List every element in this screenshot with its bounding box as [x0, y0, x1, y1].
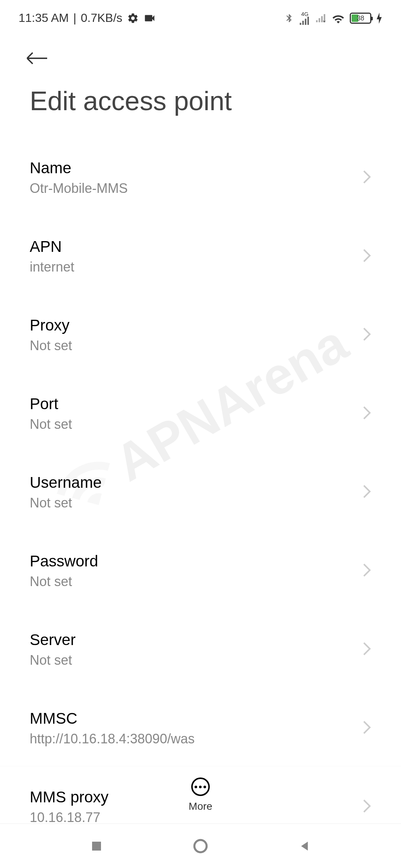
svg-rect-0	[300, 23, 301, 25]
setting-label: MMS proxy	[30, 788, 362, 806]
chevron-right-icon	[362, 641, 371, 658]
setting-value: Otr-Mobile-MMS	[30, 181, 362, 196]
status-bar: 11:35 AM | 0.7KB/s 4G	[0, 0, 401, 32]
chevron-right-icon	[362, 563, 371, 579]
svg-rect-3	[307, 17, 309, 25]
chevron-right-icon	[362, 799, 371, 815]
chevron-right-icon	[362, 720, 371, 736]
signal-nosignal-icon	[316, 14, 327, 22]
setting-item-port[interactable]: Port Not set	[30, 374, 371, 453]
setting-item-mmsc[interactable]: MMSC http://10.16.18.4:38090/was	[30, 689, 371, 767]
svg-rect-1	[302, 21, 304, 25]
status-time: 11:35 AM	[19, 11, 69, 25]
bluetooth-icon	[284, 12, 294, 24]
setting-value: 10.16.18.77	[30, 810, 362, 825]
chevron-right-icon	[362, 170, 371, 186]
wifi-icon	[332, 13, 345, 23]
setting-label: Server	[30, 631, 362, 649]
svg-rect-5	[319, 18, 320, 22]
setting-label: Username	[30, 474, 362, 491]
status-separator: |	[73, 11, 76, 25]
camera-icon	[143, 14, 156, 23]
setting-value: Not set	[30, 574, 362, 589]
setting-value: Not set	[30, 417, 362, 432]
battery-icon: 38	[350, 13, 371, 24]
setting-item-name[interactable]: Name Otr-Mobile-MMS	[30, 138, 371, 217]
charging-icon	[376, 13, 382, 24]
chevron-right-icon	[362, 484, 371, 500]
svg-rect-4	[316, 20, 317, 22]
status-data-rate: 0.7KB/s	[81, 11, 123, 25]
gear-icon	[127, 12, 139, 24]
setting-item-username[interactable]: Username Not set	[30, 453, 371, 532]
signal-4g-icon: 4G	[299, 11, 310, 25]
setting-label: MMSC	[30, 710, 362, 727]
setting-label: Name	[30, 159, 362, 177]
page-title: Edit access point	[0, 78, 401, 138]
setting-value: Not set	[30, 652, 362, 668]
setting-item-password[interactable]: Password Not set	[30, 532, 371, 610]
chevron-right-icon	[362, 405, 371, 422]
setting-label: APN	[30, 238, 362, 256]
setting-value: Not set	[30, 338, 362, 354]
chevron-right-icon	[362, 248, 371, 264]
setting-item-proxy[interactable]: Proxy Not set	[30, 296, 371, 374]
svg-rect-6	[321, 16, 323, 22]
setting-label: Proxy	[30, 316, 362, 334]
setting-label: Port	[30, 395, 362, 413]
setting-item-apn[interactable]: APN internet	[30, 217, 371, 296]
setting-value: internet	[30, 259, 362, 275]
setting-label: Password	[30, 552, 362, 570]
setting-value: Not set	[30, 495, 362, 511]
chevron-right-icon	[362, 327, 371, 343]
setting-item-server[interactable]: Server Not set	[30, 610, 371, 689]
back-button[interactable]	[0, 32, 401, 78]
settings-list: Name Otr-Mobile-MMS APN internet Proxy N…	[0, 138, 401, 846]
setting-item-mms-proxy[interactable]: MMS proxy 10.16.18.77	[30, 767, 371, 846]
svg-rect-2	[305, 19, 306, 25]
setting-value: http://10.16.18.4:38090/was	[30, 731, 362, 747]
